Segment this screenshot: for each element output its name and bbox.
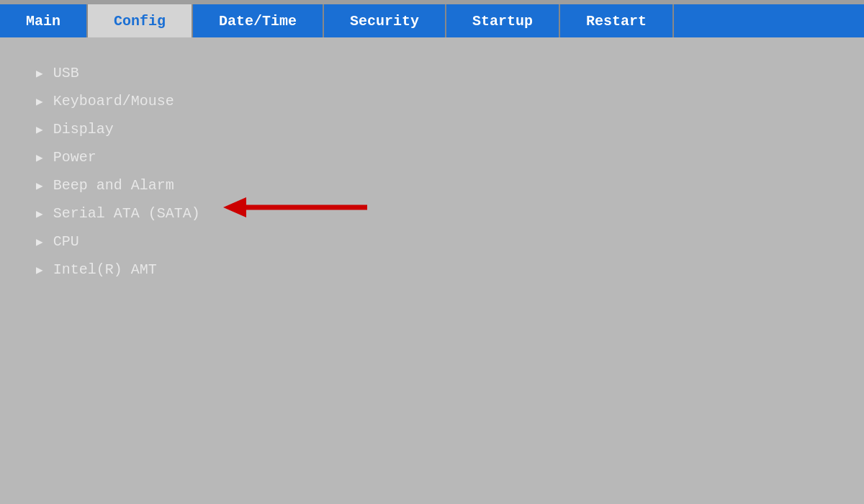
menu-item-label: Serial ATA (SATA) [53, 205, 200, 222]
tab-startup[interactable]: Startup [446, 4, 560, 37]
config-menu-list: ▶USB▶Keyboard/Mouse▶Display▶Power▶Beep a… [36, 59, 828, 284]
submenu-arrow-icon: ▶ [36, 122, 43, 137]
menu-item-usb[interactable]: ▶USB [36, 59, 828, 87]
menu-item-serial-ata[interactable]: ▶Serial ATA (SATA) [36, 199, 828, 228]
menu-item-label: CPU [53, 233, 79, 250]
tab-config[interactable]: Config [88, 4, 193, 37]
tab-datetime[interactable]: Date/Time [193, 4, 324, 37]
submenu-arrow-icon: ▶ [36, 207, 43, 221]
menu-item-keyboard-mouse[interactable]: ▶Keyboard/Mouse [36, 87, 828, 115]
menu-item-label: Keyboard/Mouse [53, 93, 174, 109]
menu-item-label: Display [53, 121, 114, 138]
menu-item-beep-alarm[interactable]: ▶Beep and Alarm [36, 171, 828, 199]
bios-screen: MainConfigDate/TimeSecurityStartupRestar… [0, 0, 864, 504]
submenu-arrow-icon: ▶ [36, 179, 43, 193]
menu-item-label: Power [53, 149, 96, 166]
nav-tabs-bar: MainConfigDate/TimeSecurityStartupRestar… [0, 4, 864, 37]
submenu-arrow-icon: ▶ [36, 94, 43, 109]
submenu-arrow-icon: ▶ [36, 66, 43, 81]
menu-item-label: Beep and Alarm [53, 177, 174, 194]
menu-item-intel-amt[interactable]: ▶Intel(R) AMT [36, 256, 828, 284]
tab-main[interactable]: Main [0, 4, 88, 37]
submenu-arrow-icon: ▶ [36, 150, 43, 165]
menu-item-label: Intel(R) AMT [53, 261, 157, 278]
submenu-arrow-icon: ▶ [36, 263, 43, 277]
tab-security[interactable]: Security [324, 4, 446, 37]
tab-restart[interactable]: Restart [560, 4, 674, 37]
menu-item-cpu[interactable]: ▶CPU [36, 228, 828, 256]
menu-item-power[interactable]: ▶Power [36, 143, 828, 171]
menu-item-display[interactable]: ▶Display [36, 115, 828, 143]
menu-item-label: USB [53, 65, 79, 81]
main-content: ▶USB▶Keyboard/Mouse▶Display▶Power▶Beep a… [0, 37, 864, 504]
submenu-arrow-icon: ▶ [36, 235, 43, 249]
